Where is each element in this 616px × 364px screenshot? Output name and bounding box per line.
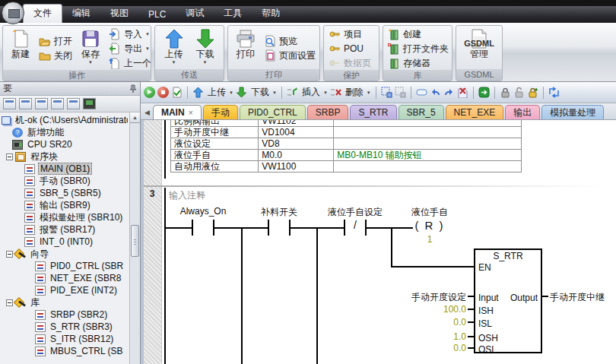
function-block[interactable]: S_RTR EN Input ISH ISL OSH OSL Output <box>474 248 542 353</box>
tab-s-rtr[interactable]: S_RTR <box>350 105 396 119</box>
collapse-expander[interactable] <box>6 299 13 306</box>
tab-srbp[interactable]: SRBP <box>307 105 349 119</box>
contact-label[interactable]: 补料开关 <box>241 206 317 219</box>
collapse-expander[interactable] <box>6 154 13 160</box>
selection-box-icon[interactable] <box>416 87 427 98</box>
app-menu-button[interactable] <box>2 2 24 24</box>
import-button[interactable]: 导入▼ <box>107 27 151 41</box>
open-button[interactable]: 打开 <box>37 35 74 49</box>
status-chart-view-icon[interactable] <box>19 98 32 109</box>
menu-tab-view[interactable]: 视图 <box>100 5 138 23</box>
lock-icon[interactable] <box>500 87 511 98</box>
undo-icon[interactable] <box>430 87 441 98</box>
collapse-expander[interactable] <box>6 251 13 258</box>
tab-analog-processing[interactable]: 模拟量处理 <box>541 105 604 119</box>
contact-bar[interactable] <box>344 220 345 236</box>
tree-item-whats-new[interactable]: 新增功能 <box>2 126 128 138</box>
tree-item-sbr0[interactable]: 手动 (SBR0) <box>2 175 128 187</box>
tab-close-icon[interactable]: × <box>189 108 193 117</box>
osl-value[interactable]: 0.0 <box>416 343 466 353</box>
delete-label[interactable]: 删除 <box>345 86 364 99</box>
coil-operand[interactable]: 1 <box>408 234 451 245</box>
insert-caret[interactable]: ▼ <box>323 90 328 95</box>
clear-icon[interactable] <box>457 87 468 98</box>
unlock-icon[interactable] <box>513 87 525 98</box>
tree-item-sbr10[interactable]: 模拟量处理 (SBR10) <box>2 211 128 223</box>
cross-reference-view-icon[interactable] <box>67 98 80 109</box>
upload-button[interactable]: 上传 ▼ <box>160 27 189 69</box>
menu-tab-plc[interactable]: PLC <box>138 7 176 23</box>
delete-caret[interactable]: ▼ <box>367 90 371 95</box>
menu-tab-help[interactable]: 帮助 <box>252 5 290 23</box>
select-objects-icon[interactable] <box>381 87 392 98</box>
tree-item-sbr5[interactable]: SBR_5 (SBR5) <box>2 187 128 199</box>
tab-output[interactable]: 输出 <box>505 105 540 119</box>
tree-item-library[interactable]: 库 <box>2 296 128 309</box>
preview-button[interactable]: 预览 <box>262 34 317 48</box>
ish-value[interactable]: 100.0 <box>416 304 466 315</box>
tab-sbr5[interactable]: SBR_5 <box>398 105 444 119</box>
network-number[interactable]: 3 <box>144 188 160 199</box>
tree-item-srbp[interactable]: SRBP (SBR2) <box>2 309 128 321</box>
tree-item-sbr17[interactable]: 报警 (SBR17) <box>2 223 128 236</box>
symbol-table-view-icon[interactable] <box>3 98 16 109</box>
tree-item-project-root[interactable]: 机-ok (C:\Users\Administrator <box>2 114 128 126</box>
data-block-view-icon[interactable] <box>35 98 48 109</box>
tree-item-s-itr[interactable]: S_ITR (SBR12) <box>2 333 128 345</box>
export-button[interactable]: 导出▼ <box>107 42 151 55</box>
tree-item-pid0-ctrl[interactable]: PID0_CTRL (SBR <box>2 260 128 272</box>
download-caret[interactable]: ▼ <box>272 90 277 95</box>
go-to-icon[interactable] <box>478 87 490 98</box>
network-comment[interactable]: 输入注释 <box>169 189 205 202</box>
download-label[interactable]: 下载 <box>251 86 269 99</box>
tree-item-pid-exe[interactable]: PID_EXE (INT2) <box>2 284 128 296</box>
osh-value[interactable]: 1.0 <box>416 331 466 342</box>
tab-pid0-ctrl[interactable]: PID0_CTRL <box>240 105 306 119</box>
gsdml-manage-button[interactable]: GSDML 管理 <box>460 27 498 69</box>
new-button[interactable]: 新建 <box>6 27 35 70</box>
lock-add-icon[interactable] <box>527 87 538 98</box>
tab-scroll-left-icon[interactable]: ◀ <box>143 109 153 119</box>
scrollbar-thumb[interactable] <box>131 225 139 257</box>
compile-icon[interactable] <box>171 87 183 98</box>
library-create-button[interactable]: 创建 <box>386 27 450 41</box>
protect-pou-button[interactable]: POU <box>327 42 373 55</box>
insert-network-icon[interactable] <box>287 87 298 98</box>
contact-bar[interactable] <box>213 220 214 236</box>
insert-label[interactable]: 插入 <box>302 86 320 99</box>
library-open-folder-button[interactable]: 打开文件夹 <box>386 42 450 55</box>
tab-main[interactable]: MAIN × <box>153 105 202 119</box>
stop-button[interactable] <box>157 87 169 98</box>
menu-tab-file[interactable]: 文件 <box>23 4 62 23</box>
pin-icon[interactable] <box>129 84 137 93</box>
redo-icon[interactable] <box>443 87 455 98</box>
contact-bar[interactable] <box>289 220 291 236</box>
menu-tab-debug[interactable]: 调试 <box>176 5 214 23</box>
contact-bar[interactable] <box>192 220 193 236</box>
upload-label[interactable]: 上传 <box>208 86 226 99</box>
contact-bar[interactable] <box>365 220 367 236</box>
scroll-up-icon[interactable]: ▲ <box>130 112 140 123</box>
page-setup-button[interactable]: 页面设置 <box>262 49 317 62</box>
tab-net-exe[interactable]: NET_EXE <box>446 105 504 119</box>
menu-tab-tools[interactable]: 工具 <box>214 5 252 23</box>
contact-label[interactable]: Always_On <box>165 206 241 217</box>
tree-item-int0[interactable]: INT_0 (INT0) <box>2 236 128 248</box>
library-memory-button[interactable]: 存储器 <box>386 56 450 70</box>
upload-arrow-icon[interactable] <box>192 87 204 98</box>
protect-project-button[interactable]: 项目 <box>327 27 373 41</box>
communication-monitor-icon[interactable] <box>83 98 96 109</box>
tree-item-cpu[interactable]: CPU SR20 <box>2 138 128 150</box>
bookmark-flow-icon[interactable] <box>548 87 560 98</box>
tree-item-sbr9[interactable]: 输出 (SBR9) <box>2 199 128 211</box>
variable-table-view-icon[interactable] <box>51 98 64 109</box>
menu-tab-edit[interactable]: 编辑 <box>62 5 100 23</box>
contact-bar[interactable] <box>268 220 269 236</box>
coil-label[interactable]: 液位手自 <box>392 206 468 219</box>
tree-item-program-block[interactable]: 程序块 <box>2 150 128 163</box>
tree-item-wizard[interactable]: 向导 <box>2 248 128 260</box>
upload-caret[interactable]: ▼ <box>229 90 233 95</box>
close-button[interactable]: 关闭 <box>37 49 74 63</box>
ladder-canvas[interactable]: 比例阀输出 VW1102 手动开度中继 VD1004 液位设定 VD8 <box>141 120 616 364</box>
tree-item-net-exe[interactable]: NET_EXE (SBR8 <box>2 272 128 284</box>
